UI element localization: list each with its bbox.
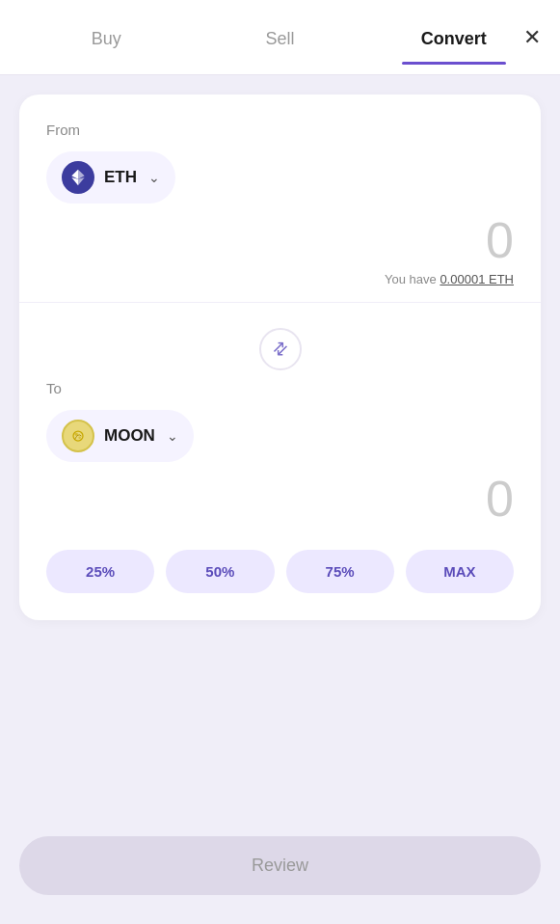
review-section: Review: [0, 817, 560, 924]
close-button[interactable]: ✕: [523, 27, 541, 48]
main-content: From ETH ⌄ 0 You have 0.00001 ETH: [0, 75, 560, 620]
percent-75-button[interactable]: 75%: [286, 550, 394, 593]
tab-bar: Buy Sell Convert ✕: [0, 0, 560, 75]
svg-marker-1: [71, 170, 78, 179]
to-label: To: [46, 380, 514, 396]
from-amount: 0: [46, 213, 514, 268]
tab-sell[interactable]: Sell: [193, 10, 366, 65]
from-label: From: [46, 122, 514, 138]
convert-card: From ETH ⌄ 0 You have 0.00001 ETH: [19, 95, 541, 620]
review-button[interactable]: Review: [19, 836, 541, 895]
svg-point-6: [78, 437, 81, 440]
swap-divider: ⇅: [46, 318, 514, 380]
tab-convert[interactable]: Convert: [367, 10, 541, 65]
from-section: From ETH ⌄ 0 You have 0.00001 ETH: [46, 122, 514, 286]
percent-25-button[interactable]: 25%: [46, 550, 154, 593]
moon-coin-icon: [62, 420, 94, 452]
section-divider: [19, 302, 541, 303]
svg-marker-0: [78, 170, 85, 179]
svg-marker-2: [78, 177, 85, 185]
to-section: To MOON ⌄ 0: [46, 380, 514, 527]
from-balance: You have 0.00001 ETH: [46, 272, 514, 286]
svg-point-4: [73, 431, 83, 441]
svg-marker-3: [71, 177, 78, 185]
from-token-selector[interactable]: ETH ⌄: [46, 151, 175, 204]
from-balance-value[interactable]: 0.00001 ETH: [440, 272, 514, 286]
swap-button[interactable]: ⇅: [259, 328, 302, 370]
from-chevron-icon: ⌄: [148, 170, 160, 185]
to-token-name: MOON: [104, 426, 155, 446]
to-chevron-icon: ⌄: [167, 428, 178, 444]
tab-buy[interactable]: Buy: [19, 10, 193, 65]
to-token-selector[interactable]: MOON ⌄: [46, 410, 194, 462]
swap-arrows-icon: ⇅: [267, 337, 292, 362]
percent-buttons-group: 25% 50% 75% MAX: [46, 550, 514, 593]
to-amount: 0: [46, 472, 514, 527]
percent-max-button[interactable]: MAX: [406, 550, 514, 593]
eth-icon: [62, 161, 94, 194]
from-token-name: ETH: [104, 168, 137, 187]
percent-50-button[interactable]: 50%: [166, 550, 274, 593]
